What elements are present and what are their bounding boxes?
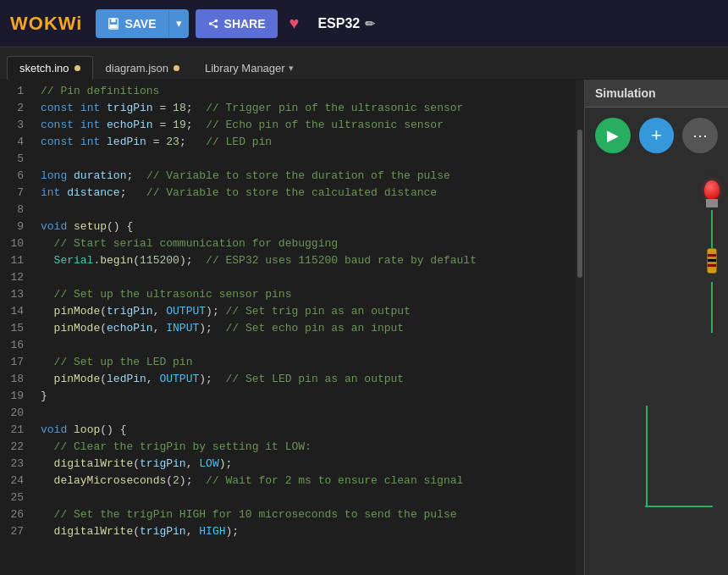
tab-sketch[interactable]: sketch.ino <box>7 56 93 80</box>
more-options-button[interactable]: ⋯ <box>682 118 718 153</box>
save-dropdown-button[interactable]: ▾ <box>169 9 189 38</box>
tab-diagram-modified <box>174 65 179 71</box>
svg-point-3 <box>214 19 218 22</box>
tab-diagram[interactable]: diagram.json <box>93 56 192 80</box>
resistor-band1 <box>708 254 716 257</box>
simulation-panel: Simulation ▶ + ⋯ <box>584 80 728 575</box>
simulation-controls: ▶ + ⋯ <box>585 108 728 163</box>
code-text[interactable]: // Pin definitions const int trigPin = 1… <box>30 80 584 575</box>
tabs-bar: sketch.ino diagram.json Library Manager … <box>0 47 728 80</box>
svg-point-4 <box>214 25 218 28</box>
tab-sketch-label: sketch.ino <box>19 62 69 75</box>
play-button[interactable]: ▶ <box>595 118 631 153</box>
tab-library[interactable]: Library Manager ▾ <box>192 56 306 80</box>
tab-library-dropdown-icon: ▾ <box>289 63 294 74</box>
tab-sketch-modified <box>74 65 80 71</box>
line-numbers: 12345 678910 1112131415 1617181920 21222… <box>0 80 30 575</box>
share-icon <box>207 18 219 30</box>
save-button[interactable]: SAVE <box>96 9 168 38</box>
edit-device-icon[interactable]: ✏ <box>365 17 375 30</box>
wire-horizontal <box>645 506 713 507</box>
resistor-band2 <box>708 259 716 262</box>
add-component-button[interactable]: + <box>639 118 675 153</box>
simulation-title: Simulation <box>585 80 728 108</box>
tab-library-label: Library Manager <box>205 62 285 75</box>
save-icon <box>108 18 119 30</box>
scroll-thumb <box>577 130 582 279</box>
wire-left-vertical <box>646 406 648 507</box>
svg-point-5 <box>208 22 212 25</box>
resistor-component <box>707 248 717 274</box>
logo-w: W <box>10 13 29 34</box>
wire-resistor-bottom <box>711 282 713 333</box>
code-editor[interactable]: 12345 678910 1112131415 1617181920 21222… <box>0 80 584 575</box>
save-button-group: SAVE ▾ <box>96 9 188 38</box>
main-area: 12345 678910 1112131415 1617181920 21222… <box>0 80 728 575</box>
header: WOKWi SAVE ▾ SHARE ♥ ESP32 ✏ <box>0 0 728 47</box>
svg-rect-1 <box>112 18 116 21</box>
logo: WOKWi <box>10 13 82 35</box>
editor-scrollbar[interactable] <box>576 80 584 575</box>
tab-diagram-label: diagram.json <box>106 62 168 75</box>
svg-rect-2 <box>110 24 118 27</box>
share-button[interactable]: SHARE <box>196 9 278 38</box>
device-label: ESP32 ✏ <box>317 16 375 31</box>
resistor-band3 <box>708 264 716 267</box>
code-scroll-area[interactable]: 12345 678910 1112131415 1617181920 21222… <box>0 80 584 575</box>
led-body <box>706 199 718 207</box>
simulation-canvas <box>585 163 728 575</box>
led-component <box>704 180 720 207</box>
led-bulb <box>704 180 720 199</box>
resistor-body <box>707 248 717 274</box>
wire-led-top <box>711 210 713 248</box>
heart-button[interactable]: ♥ <box>284 14 305 33</box>
